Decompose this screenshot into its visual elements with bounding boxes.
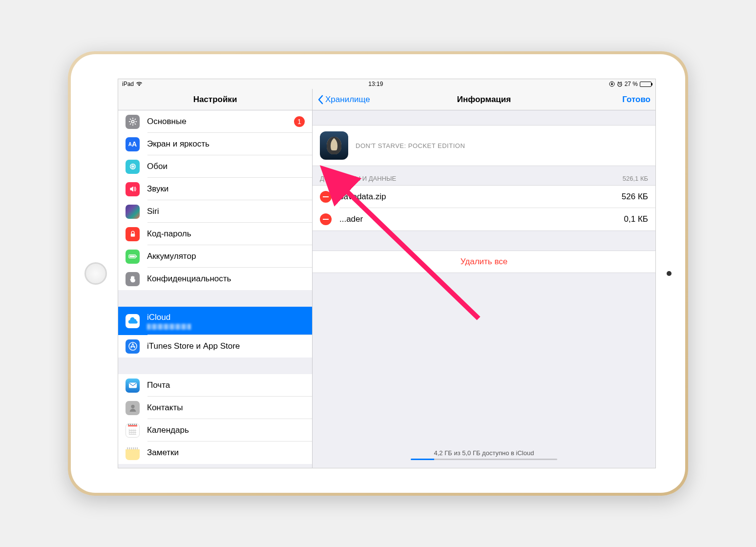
ipad-frame: iPad 13:19 27 % [68, 51, 688, 496]
sidebar-title: Настройки [118, 89, 312, 110]
sidebar-item-mail[interactable]: Почта [118, 374, 312, 397]
battery-icon [126, 250, 140, 264]
sound-icon [126, 182, 140, 196]
notes-icon [126, 446, 140, 460]
svg-point-17 [132, 166, 134, 168]
calendar-icon [126, 423, 140, 438]
appstore-icon [126, 339, 140, 354]
hand-icon [126, 272, 140, 286]
back-button[interactable]: Хранилище [317, 95, 370, 105]
status-battery-pct: 27 % [625, 81, 638, 87]
svg-line-14 [130, 124, 131, 125]
sidebar-item-display[interactable]: AA Экран и яркость [118, 133, 312, 155]
sidebar-item-label: Код-пароль [147, 229, 191, 239]
wifi-icon [136, 82, 143, 86]
svg-rect-23 [136, 255, 137, 257]
sidebar-item-label: Siri [147, 207, 159, 216]
svg-line-12 [130, 119, 131, 120]
storage-bar [411, 459, 557, 460]
sidebar-item-sounds[interactable]: Звуки [118, 178, 312, 200]
sidebar-item-wallpaper[interactable]: Обои [118, 155, 312, 178]
done-button[interactable]: Готово [622, 95, 651, 105]
svg-point-26 [131, 405, 134, 408]
siri-icon [126, 205, 140, 219]
storage-footer: 4,2 ГБ из 5,0 ГБ доступно в iCloud [313, 444, 655, 468]
detail-header: Хранилище Информация Готово [313, 89, 655, 110]
sidebar-item-label: Экран и яркость [147, 139, 210, 149]
text-size-icon: AA [126, 137, 140, 151]
front-camera [667, 271, 672, 276]
lock-icon [126, 227, 140, 241]
notification-badge: 1 [294, 116, 305, 127]
svg-rect-22 [129, 255, 135, 257]
mail-icon [126, 379, 140, 393]
gear-icon [126, 115, 140, 129]
sidebar-item-label: Календарь [147, 425, 189, 435]
file-name: ...ader [339, 214, 363, 224]
section-size: 526,1 КБ [623, 175, 648, 182]
wallpaper-icon [126, 160, 140, 174]
sidebar-item-notes[interactable]: Заметки [118, 442, 312, 464]
sidebar-item-label: Почта [147, 380, 170, 390]
rotation-lock-icon [609, 81, 615, 87]
file-row[interactable]: ...ader 0,1 КБ [313, 208, 655, 231]
svg-rect-1 [611, 84, 612, 85]
sidebar-item-label: iCloud [147, 313, 191, 322]
storage-text: 4,2 ГБ из 5,0 ГБ доступно в iCloud [313, 449, 655, 457]
file-size: 526 КБ [622, 192, 648, 202]
sidebar-item-calendar[interactable]: Календарь [118, 419, 312, 442]
sidebar-item-label: Контакты [147, 403, 183, 413]
status-bar: iPad 13:19 27 % [118, 79, 655, 89]
delete-file-button[interactable] [320, 213, 332, 225]
sidebar-item-label: iTunes Store и App Store [147, 341, 240, 351]
sidebar-item-contacts[interactable]: Контакты [118, 397, 312, 419]
sidebar-item-passcode[interactable]: Код-пароль [118, 223, 312, 245]
delete-file-button[interactable] [320, 191, 332, 203]
sidebar-item-label: Обои [147, 162, 168, 171]
status-time: 13:19 [143, 81, 609, 87]
delete-all-button[interactable]: Удалить все [313, 251, 655, 273]
sidebar-item-battery[interactable]: Аккумулятор [118, 245, 312, 268]
sidebar-item-label: Основные [147, 117, 187, 126]
file-row[interactable]: savedata.zip 526 КБ [313, 186, 655, 208]
file-size: 0,1 КБ [624, 214, 648, 224]
svg-rect-20 [130, 233, 134, 236]
alarm-icon [617, 81, 623, 87]
section-header: ДОКУМЕНТЫ И ДАННЫЕ [320, 175, 396, 182]
sidebar-item-itunes-appstore[interactable]: iTunes Store и App Store [118, 335, 312, 358]
file-name: savedata.zip [339, 192, 386, 202]
app-info: DON'T STARVE: POCKET EDITION [313, 125, 655, 166]
svg-line-13 [134, 124, 135, 125]
sidebar-item-privacy[interactable]: Конфиденциальность [118, 268, 312, 290]
sidebar-item-general[interactable]: Основные 1 [118, 110, 312, 133]
svg-line-5 [618, 82, 619, 83]
sidebar-item-label: Звуки [147, 184, 168, 194]
sidebar-item-siri[interactable]: Siri [118, 200, 312, 223]
sidebar-item-icloud[interactable]: iCloud [118, 307, 312, 335]
app-icon [320, 131, 348, 160]
screen: iPad 13:19 27 % [118, 79, 656, 468]
sidebar-item-label: Конфиденциальность [147, 274, 231, 284]
svg-point-7 [131, 120, 134, 123]
home-button[interactable] [84, 262, 107, 285]
status-device-label: iPad [122, 81, 134, 87]
sidebar-item-label: Аккумулятор [147, 252, 196, 261]
settings-sidebar: Настройки Основные 1 AA [118, 89, 313, 468]
icloud-account-blurred [147, 324, 191, 330]
battery-icon [640, 82, 651, 87]
detail-pane: Хранилище Информация Готово DON'T STARVE… [313, 89, 655, 468]
svg-line-6 [621, 82, 622, 83]
back-label: Хранилище [325, 95, 370, 105]
svg-line-15 [134, 119, 135, 120]
contacts-icon [126, 401, 140, 415]
cloud-icon [126, 314, 140, 328]
app-name-label: DON'T STARVE: POCKET EDITION [356, 142, 465, 149]
sidebar-item-label: Заметки [147, 448, 179, 458]
